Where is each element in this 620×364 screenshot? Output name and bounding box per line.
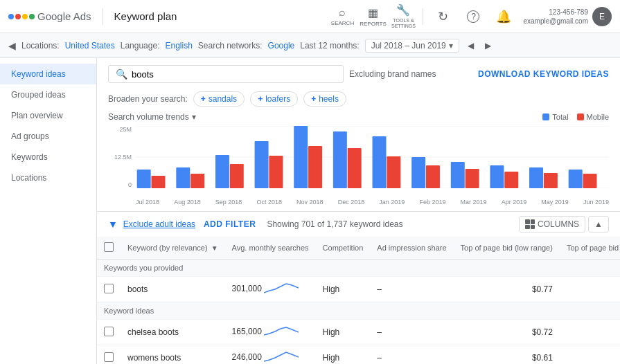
svg-rect-16 — [426, 165, 440, 188]
row-checkbox[interactable] — [104, 284, 114, 293]
svg-rect-20 — [504, 172, 518, 188]
col-avg: Avg. monthly searches — [225, 237, 316, 260]
col-ad-share: Ad impression share — [370, 237, 453, 260]
date-range-picker[interactable]: Jul 2018 – Jun 2019 ▾ — [365, 39, 459, 53]
comp-boots: High — [316, 277, 371, 302]
legend-mobile-dot — [577, 113, 584, 120]
broaden-chip-heels[interactable]: + heels — [303, 91, 346, 107]
language-value[interactable]: English — [165, 41, 192, 51]
svg-rect-12 — [348, 148, 362, 188]
sidebar-item-grouped-ideas[interactable]: Grouped ideas — [0, 84, 96, 105]
help-icon: ? — [467, 10, 479, 23]
chart-legend: Total Mobile — [542, 113, 609, 121]
date-next-btn[interactable]: ▶ — [482, 41, 494, 51]
svg-rect-11 — [333, 131, 347, 188]
section-header-provided: Keywords you provided — [97, 260, 620, 277]
plus-icon: + — [201, 94, 206, 104]
logo-colors — [8, 14, 35, 19]
row-checkbox[interactable] — [104, 352, 114, 362]
download-keyword-ideas-btn[interactable]: DOWNLOAD KEYWORD IDEAS — [478, 69, 609, 79]
table-row: chelsea boots 165,000 High – $0.72 $1.95 — [97, 320, 620, 345]
broaden-chip-sandals[interactable]: + sandals — [193, 91, 245, 107]
svg-rect-17 — [451, 162, 465, 188]
avg-chelsea: 165,000 — [225, 320, 316, 345]
search-icon: 🔍 — [116, 69, 127, 80]
sidebar-item-locations[interactable]: Locations — [0, 167, 96, 188]
filter-bar: ◀ Locations: United States Language: Eng… — [0, 33, 620, 58]
bar-jul-total — [137, 170, 151, 188]
svg-rect-7 — [255, 141, 269, 188]
sidebar-item-ad-groups[interactable]: Ad groups — [0, 126, 96, 147]
bid-high-boots: $1.77 — [560, 277, 620, 302]
sidebar-item-keyword-ideas[interactable]: Keyword ideas — [0, 64, 96, 84]
top-bar-icons: ⌕ SEARCH ▦ REPORTS 🔧 TOOLS &SETTINGS ↻ ?… — [328, 3, 612, 30]
logo-green-dot — [29, 14, 35, 19]
chart-section: Search volume trends ▾ Total Mobile 25M — [97, 112, 620, 211]
sidebar-item-keywords[interactable]: Keywords — [0, 147, 96, 167]
content-area: 🔍 Excluding brand names DOWNLOAD KEYWORD… — [97, 58, 620, 364]
refresh-btn[interactable]: ↻ — [429, 3, 457, 30]
help-btn[interactable]: ? — [459, 3, 487, 30]
network-value[interactable]: Google — [268, 41, 295, 51]
legend-total: Total — [542, 113, 568, 121]
col-bid-high: Top of page bid (high range) — [560, 237, 620, 260]
page-title: Keyword plan — [114, 10, 177, 22]
logo-red-dot — [15, 14, 21, 19]
keyword-table: Keyword (by relevance) ▼ Avg. monthly se… — [97, 237, 620, 364]
top-bar: Google Ads Keyword plan ⌕ SEARCH ▦ REPOR… — [0, 0, 620, 33]
section-label-provided: Keywords you provided — [97, 260, 620, 277]
sidebar-toggle[interactable]: ◀ — [8, 40, 16, 51]
svg-rect-5 — [215, 155, 229, 188]
separator — [103, 8, 103, 25]
svg-rect-24 — [583, 174, 597, 188]
broaden-chip-loafers[interactable]: + loafers — [250, 91, 298, 107]
user-info[interactable]: 123-456-789 example@gmail.com E — [523, 7, 612, 26]
chart-expand-icon[interactable]: ▾ — [192, 112, 196, 122]
date-prev-btn[interactable]: ◀ — [465, 41, 477, 51]
exclude-adults-btn[interactable]: Exclude adult ideas — [123, 219, 195, 229]
kw-chelsea: chelsea boots — [121, 320, 225, 345]
search-icon-btn[interactable]: ⌕ SEARCH — [328, 3, 356, 30]
avatar: E — [592, 7, 612, 26]
reports-icon-btn[interactable]: ▦ REPORTS — [359, 3, 387, 30]
trend-sparkline — [264, 325, 299, 339]
sort-icon: ▼ — [211, 244, 218, 252]
search-input[interactable] — [132, 69, 336, 80]
svg-rect-22 — [544, 173, 558, 188]
svg-rect-4 — [191, 174, 204, 188]
svg-rect-8 — [269, 156, 283, 188]
legend-mobile: Mobile — [577, 113, 609, 121]
svg-rect-14 — [387, 156, 400, 188]
notifications-btn[interactable]: 🔔 — [490, 3, 517, 30]
col-competition: Competition — [316, 237, 371, 260]
svg-rect-18 — [466, 169, 479, 188]
add-filter-btn[interactable]: ADD FILTER — [204, 219, 256, 229]
bar-jul-mobile — [151, 176, 165, 188]
legend-total-dot — [542, 113, 549, 120]
collapse-btn[interactable]: ▲ — [588, 216, 609, 233]
svg-rect-9 — [294, 126, 308, 188]
reports-icon: ▦ — [368, 6, 378, 19]
user-text: 123-456-789 example@gmail.com — [523, 8, 588, 26]
row-checkbox[interactable] — [104, 327, 114, 336]
chevron-down-icon: ▾ — [449, 41, 453, 51]
x-axis-labels: Jul 2018 Aug 2018 Sep 2018 Oct 2018 Nov … — [136, 199, 609, 206]
search-icon: ⌕ — [339, 6, 346, 19]
google-ads-logo: Google Ads — [8, 10, 91, 22]
divider — [423, 8, 423, 25]
tools-icon: 🔧 — [396, 3, 410, 17]
table-actions: COLUMNS ▲ — [519, 216, 609, 233]
app-name: Google Ads — [37, 10, 91, 22]
sidebar-item-plan-overview[interactable]: Plan overview — [0, 105, 96, 126]
tools-icon-btn[interactable]: 🔧 TOOLS &SETTINGS — [389, 3, 417, 30]
select-all-checkbox[interactable] — [104, 242, 114, 252]
columns-btn[interactable]: COLUMNS — [519, 216, 585, 233]
location-value[interactable]: United States — [65, 41, 115, 51]
chart-svg — [136, 126, 609, 188]
language-label: Language: — [121, 41, 160, 51]
search-box[interactable]: 🔍 — [108, 65, 344, 83]
search-row: 🔍 Excluding brand names DOWNLOAD KEYWORD… — [108, 65, 609, 83]
svg-rect-19 — [490, 165, 504, 188]
y-label-0: 0 — [108, 181, 132, 188]
avg-boots: 301,000 — [225, 277, 316, 302]
